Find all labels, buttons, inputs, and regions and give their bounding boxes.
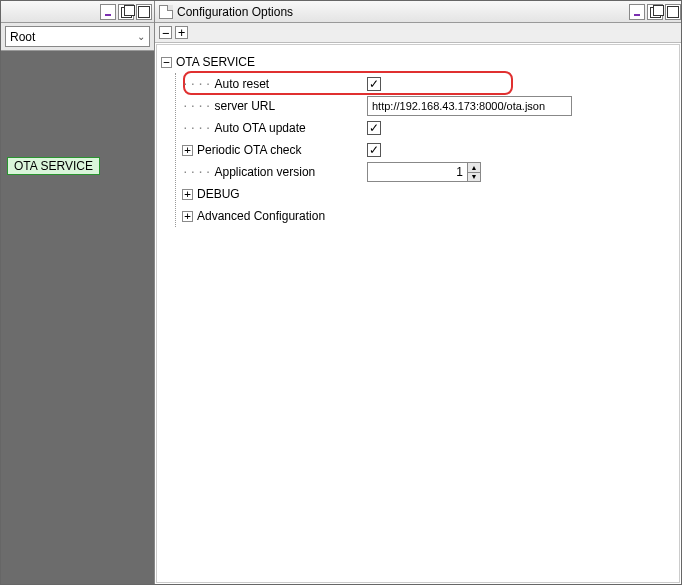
root-combo[interactable]: Root ⌄ [5, 26, 150, 47]
tree-children: ···· Auto reset ···· server URL ···· Aut… [175, 73, 675, 227]
tree-row-app-version[interactable]: ···· Application version ▲ ▼ [182, 161, 675, 183]
left-panel-body: OTA SERVICE [1, 51, 154, 584]
minimize-icon[interactable] [629, 4, 645, 20]
expander-plus-icon[interactable]: + [182, 189, 193, 200]
expander-plus-icon[interactable]: + [182, 211, 193, 222]
spin-up-button[interactable]: ▲ [468, 163, 480, 173]
node-label: Advanced Configuration [197, 209, 325, 223]
maximize-icon[interactable] [118, 4, 134, 20]
minimize-icon[interactable] [100, 4, 116, 20]
right-panel-header: Configuration Options [155, 1, 681, 23]
tree-connector-icon: ···· [182, 78, 213, 91]
root-combo-value: Root [10, 30, 35, 44]
chevron-down-icon: ⌄ [137, 31, 145, 42]
expander-minus-icon[interactable]: − [161, 57, 172, 68]
tree-root-node: − OTA SERVICE ···· Auto reset ···· serve… [161, 51, 675, 227]
restore-icon[interactable] [665, 4, 681, 20]
spinner-buttons: ▲ ▼ [467, 162, 481, 182]
collapse-all-button[interactable]: − [159, 26, 172, 39]
app-root: Root ⌄ OTA SERVICE Configuration Options… [0, 0, 682, 585]
config-tree: − OTA SERVICE ···· Auto reset ···· serve… [156, 44, 680, 583]
root-combo-row: Root ⌄ [1, 23, 154, 51]
auto-ota-checkbox[interactable] [367, 121, 381, 135]
ota-service-tag[interactable]: OTA SERVICE [7, 157, 100, 175]
tree-row-server-url[interactable]: ···· server URL [182, 95, 675, 117]
server-url-input[interactable] [367, 96, 572, 116]
app-version-input[interactable] [367, 162, 467, 182]
tree-connector-icon: ···· [182, 122, 213, 135]
node-label: Auto OTA update [215, 121, 306, 135]
node-label: server URL [215, 99, 276, 113]
tree-connector-icon: ···· [182, 166, 213, 179]
page-icon [159, 5, 173, 19]
node-label: Auto reset [215, 77, 270, 91]
app-version-spinner: ▲ ▼ [367, 162, 481, 182]
node-label: DEBUG [197, 187, 240, 201]
node-label: OTA SERVICE [176, 55, 255, 69]
tree-row-debug[interactable]: + DEBUG [182, 183, 675, 205]
expander-plus-icon[interactable]: + [182, 145, 193, 156]
left-panel: Root ⌄ OTA SERVICE [1, 1, 155, 584]
tree-row-periodic[interactable]: + Periodic OTA check [182, 139, 675, 161]
left-panel-header [1, 1, 154, 23]
auto-reset-checkbox[interactable] [367, 77, 381, 91]
tree-row-auto-reset[interactable]: ···· Auto reset [182, 73, 675, 95]
node-label: Periodic OTA check [197, 143, 301, 157]
tree-toolbar: − + [155, 23, 681, 43]
restore-icon[interactable] [136, 4, 152, 20]
tree-connector-icon: ···· [182, 100, 213, 113]
tree-row-auto-ota[interactable]: ···· Auto OTA update [182, 117, 675, 139]
maximize-icon[interactable] [647, 4, 663, 20]
tree-row[interactable]: − OTA SERVICE [161, 51, 675, 73]
right-panel: Configuration Options − + − OTA SERVICE [155, 1, 681, 584]
panel-title: Configuration Options [177, 5, 625, 19]
tree-row-advanced[interactable]: + Advanced Configuration [182, 205, 675, 227]
spin-down-button[interactable]: ▼ [468, 173, 480, 182]
expand-all-button[interactable]: + [175, 26, 188, 39]
periodic-ota-checkbox[interactable] [367, 143, 381, 157]
node-label: Application version [215, 165, 316, 179]
